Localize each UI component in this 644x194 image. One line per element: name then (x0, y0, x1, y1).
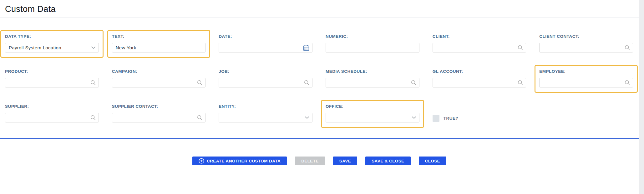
chevron-down-icon (91, 46, 96, 49)
entity-label: ENTITY: (219, 104, 312, 109)
close-button[interactable]: CLOSE (419, 157, 447, 165)
field-data-type: DATA TYPE:Payroll System Location (1, 31, 103, 57)
custom-data-form: DATA TYPE:Payroll System LocationTEXT:Ne… (0, 31, 639, 127)
save-button-label: SAVE (339, 159, 351, 163)
office-select[interactable] (326, 113, 419, 122)
field-client-contact: CLIENT CONTACT: (535, 31, 637, 57)
gl-account-lookup-input[interactable] (433, 78, 526, 87)
save-close-button[interactable]: SAVE & CLOSE (365, 157, 410, 165)
field-true: TRUE? (429, 101, 530, 127)
field-client: CLIENT: (429, 31, 530, 57)
supplier-contact-label: SUPPLIER CONTACT: (112, 104, 206, 109)
product-lookup-input[interactable] (5, 78, 99, 87)
media-schedule-label: MEDIA SCHEDULE: (326, 69, 419, 74)
field-office: OFFICE: (322, 101, 423, 127)
date-date-input[interactable] (219, 43, 312, 52)
media-schedule-lookup-input[interactable] (326, 78, 419, 87)
save-button[interactable]: SAVE (333, 157, 357, 165)
panel-header: Custom Data (0, 0, 639, 17)
search-icon (197, 115, 202, 120)
supplier-contact-lookup-input[interactable] (112, 113, 206, 122)
text-value: New York (116, 45, 203, 50)
field-media-schedule: MEDIA SCHEDULE: (322, 66, 423, 92)
numeric-input[interactable] (326, 43, 419, 52)
text-input[interactable]: New York (112, 43, 206, 52)
field-supplier: SUPPLIER: (1, 101, 103, 127)
product-label: PRODUCT: (5, 69, 99, 74)
true-checkbox-label: TRUE? (444, 116, 459, 121)
search-icon (518, 45, 523, 50)
client-lookup-input[interactable] (433, 43, 526, 52)
custom-data-panel: Custom Data DATA TYPE:Payroll System Loc… (0, 0, 639, 165)
calendar-icon (303, 45, 309, 51)
job-label: JOB: (219, 69, 312, 74)
search-icon (518, 80, 523, 85)
client-label: CLIENT: (433, 34, 526, 39)
chevron-down-icon (412, 116, 416, 119)
employee-lookup-input[interactable] (539, 78, 633, 87)
client-contact-lookup-input[interactable] (539, 43, 633, 52)
office-label: OFFICE: (326, 104, 419, 109)
plus-circle-icon (199, 158, 204, 164)
create-another-custom-data-button-label: CREATE ANOTHER CUSTOM DATA (207, 159, 281, 163)
search-icon (304, 80, 309, 85)
search-icon (625, 45, 630, 50)
true-checkbox[interactable] (433, 115, 439, 122)
field-entity: ENTITY: (215, 101, 316, 127)
text-label: TEXT: (112, 34, 206, 39)
create-another-custom-data-button[interactable]: CREATE ANOTHER CUSTOM DATA (192, 157, 287, 165)
supplier-lookup-input[interactable] (5, 113, 99, 122)
page-background-strip (639, 0, 644, 194)
section-divider (0, 138, 639, 139)
employee-label: EMPLOYEE: (539, 69, 633, 74)
entity-select[interactable] (219, 113, 312, 122)
delete-button[interactable]: DELETE (295, 157, 325, 165)
action-button-row: CREATE ANOTHER CUSTOM DATADELETESAVESAVE… (0, 157, 639, 165)
data-type-select[interactable]: Payroll System Location (5, 43, 99, 52)
chevron-down-icon (305, 116, 309, 119)
field-product: PRODUCT: (1, 66, 103, 92)
delete-button-label: DELETE (301, 159, 319, 163)
campaign-label: CAMPAIGN: (112, 69, 206, 74)
field-date: DATE: (215, 31, 316, 57)
page-title: Custom Data (5, 4, 639, 14)
date-label: DATE: (219, 34, 312, 39)
field-campaign: CAMPAIGN: (108, 66, 210, 92)
campaign-lookup-input[interactable] (112, 78, 206, 87)
search-icon (197, 80, 202, 85)
data-type-value: Payroll System Location (9, 45, 91, 50)
search-icon (625, 80, 630, 85)
numeric-label: NUMERIC: (326, 34, 419, 39)
supplier-label: SUPPLIER: (5, 104, 99, 109)
gl-account-label: GL ACCOUNT: (433, 69, 526, 74)
job-lookup-input[interactable] (219, 78, 312, 87)
save-close-button-label: SAVE & CLOSE (372, 159, 404, 163)
client-contact-label: CLIENT CONTACT: (539, 34, 633, 39)
field-gl-account: GL ACCOUNT: (429, 66, 530, 92)
search-icon (411, 80, 416, 85)
field-job: JOB: (215, 66, 316, 92)
data-type-label: DATA TYPE: (5, 34, 99, 39)
field-numeric: NUMERIC: (322, 31, 423, 57)
field-employee: EMPLOYEE: (535, 66, 637, 92)
search-icon (90, 80, 96, 85)
search-icon (90, 115, 96, 120)
close-button-label: CLOSE (425, 159, 440, 163)
field-supplier-contact: SUPPLIER CONTACT: (108, 101, 210, 127)
field-text: TEXT:New York (108, 31, 210, 57)
